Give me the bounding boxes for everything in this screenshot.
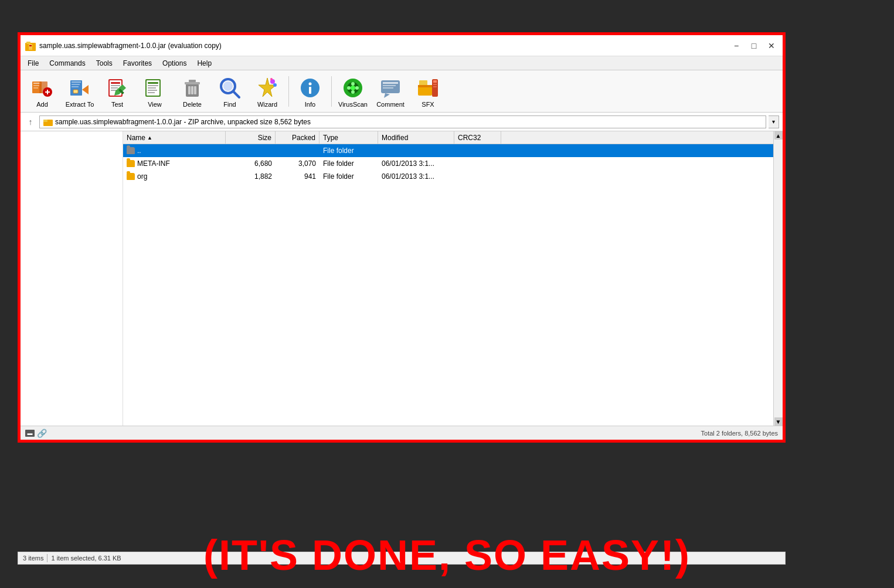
view-button[interactable]: View <box>137 73 173 110</box>
close-button[interactable]: ✕ <box>765 39 778 52</box>
svg-rect-17 <box>73 90 78 93</box>
info-button[interactable]: Info <box>292 73 328 110</box>
maximize-button[interactable]: □ <box>747 39 760 52</box>
wizard-label: Wizard <box>257 101 277 108</box>
menu-bar: File Commands Tools Favorites Options He… <box>21 56 783 70</box>
title-bar-controls: − □ ✕ <box>730 39 778 52</box>
info-label: Info <box>305 101 315 108</box>
svg-rect-59 <box>383 87 393 89</box>
file-cell-crc32-metainf <box>454 157 501 170</box>
file-cell-name-metainf: META-INF <box>123 157 226 170</box>
file-list: .. File folder META-INF <box>123 144 773 426</box>
status-left: ▬ 🔗 <box>25 429 47 438</box>
window-frame: sample.uas.simplewabfragment-1.0.0.jar (… <box>18 32 786 443</box>
info-icon <box>298 76 322 100</box>
col-header-modified[interactable]: Modified <box>378 131 454 144</box>
menu-file[interactable]: File <box>23 58 43 69</box>
col-header-size[interactable]: Size <box>226 131 276 144</box>
file-row-metainf[interactable]: META-INF 6,680 3,070 File folder 06/01/2… <box>123 157 773 170</box>
address-bar: ↑ sample.uas.simplewabfragment-1.0.0.jar… <box>21 113 783 131</box>
col-header-type[interactable]: Type <box>319 131 378 144</box>
sfx-button[interactable]: SFX <box>410 73 446 110</box>
virusscan-label: VirusScan <box>338 101 368 108</box>
find-button[interactable]: Find <box>212 73 248 110</box>
svg-rect-14 <box>72 84 80 85</box>
test-button[interactable]: Test <box>99 73 135 110</box>
svg-rect-11 <box>47 90 48 94</box>
svg-point-45 <box>270 78 273 80</box>
virusscan-button[interactable]: VirusScan <box>335 73 371 110</box>
title-bar: sample.uas.simplewabfragment-1.0.0.jar (… <box>21 35 783 56</box>
svg-rect-21 <box>111 85 120 86</box>
right-scrollbar[interactable]: ▲ ▼ <box>773 131 783 426</box>
extract-to-label: Extract To <box>66 101 94 108</box>
add-label: Add <box>36 101 48 108</box>
toolbar-separator-2 <box>331 76 332 107</box>
extract-to-button[interactable]: Extract To <box>62 73 98 110</box>
svg-marker-16 <box>82 85 89 94</box>
svg-rect-57 <box>383 82 398 84</box>
menu-options[interactable]: Options <box>158 58 191 69</box>
svg-rect-58 <box>383 85 396 86</box>
main-content: Name ▲ Size Packed Type Modified <box>123 131 773 426</box>
svg-rect-48 <box>309 87 311 94</box>
file-cell-type-metainf: File folder <box>319 157 378 170</box>
status-total: Total 2 folders, 8,562 bytes <box>701 430 778 437</box>
file-cell-type-org: File folder <box>319 170 378 183</box>
svg-rect-37 <box>191 86 193 94</box>
comment-icon <box>379 76 402 100</box>
menu-tools[interactable]: Tools <box>91 58 117 69</box>
find-label: Find <box>223 101 236 108</box>
view-label: View <box>148 101 162 108</box>
file-cell-crc32-up <box>454 144 501 157</box>
file-row-up[interactable]: .. File folder <box>123 144 773 157</box>
svg-rect-31 <box>148 90 157 91</box>
folder-up-icon <box>127 147 135 154</box>
status-icon-2: 🔗 <box>37 429 47 438</box>
svg-rect-34 <box>185 82 200 84</box>
svg-rect-7 <box>33 87 38 89</box>
col-header-packed[interactable]: Packed <box>276 131 319 144</box>
file-row-org[interactable]: org 1,882 941 File folder 06/01/2013 3:1… <box>123 170 773 183</box>
col-header-name[interactable]: Name ▲ <box>123 131 226 144</box>
menu-commands[interactable]: Commands <box>45 58 90 69</box>
delete-button[interactable]: Delete <box>174 73 210 110</box>
address-dropdown-button[interactable]: ▾ <box>769 115 779 128</box>
file-cell-size-metainf: 6,680 <box>226 157 276 170</box>
menu-help[interactable]: Help <box>192 58 216 69</box>
menu-favorites[interactable]: Favorites <box>118 58 157 69</box>
svg-rect-69 <box>43 120 47 122</box>
test-label: Test <box>111 101 123 108</box>
comment-button[interactable]: Comment <box>372 73 409 110</box>
svg-point-51 <box>351 82 355 86</box>
svg-point-40 <box>223 81 233 91</box>
svg-point-54 <box>355 86 359 90</box>
file-cell-modified-org: 06/01/2013 3:1... <box>378 170 454 183</box>
wizard-button[interactable]: Wizard <box>249 73 285 110</box>
svg-rect-20 <box>111 82 120 84</box>
svg-rect-66 <box>433 84 437 85</box>
svg-point-53 <box>347 86 351 90</box>
file-cell-size-org: 1,882 <box>226 170 276 183</box>
svg-rect-13 <box>72 81 81 83</box>
scroll-up-button[interactable]: ▲ <box>774 131 783 140</box>
title-bar-left: sample.uas.simplewabfragment-1.0.0.jar (… <box>25 40 222 51</box>
scroll-down-button[interactable]: ▼ <box>774 417 783 426</box>
svg-rect-32 <box>148 92 155 93</box>
svg-rect-15 <box>72 86 79 87</box>
nav-up-button[interactable]: ↑ <box>24 115 37 128</box>
app-icon <box>25 40 36 51</box>
svg-rect-1 <box>26 42 30 44</box>
status-icon-1: ▬ <box>25 430 35 437</box>
svg-rect-3 <box>29 45 32 46</box>
col-header-crc32[interactable]: CRC32 <box>454 131 501 144</box>
folder-metainf-icon <box>127 160 135 167</box>
add-button[interactable]: Add <box>24 73 60 110</box>
file-cell-type-up: File folder <box>319 144 378 157</box>
svg-point-55 <box>351 86 355 90</box>
file-cell-modified-up <box>378 144 454 157</box>
minimize-button[interactable]: − <box>730 39 743 52</box>
delete-label: Delete <box>183 101 202 108</box>
window-title: sample.uas.simplewabfragment-1.0.0.jar (… <box>39 42 222 50</box>
svg-rect-35 <box>189 80 196 82</box>
